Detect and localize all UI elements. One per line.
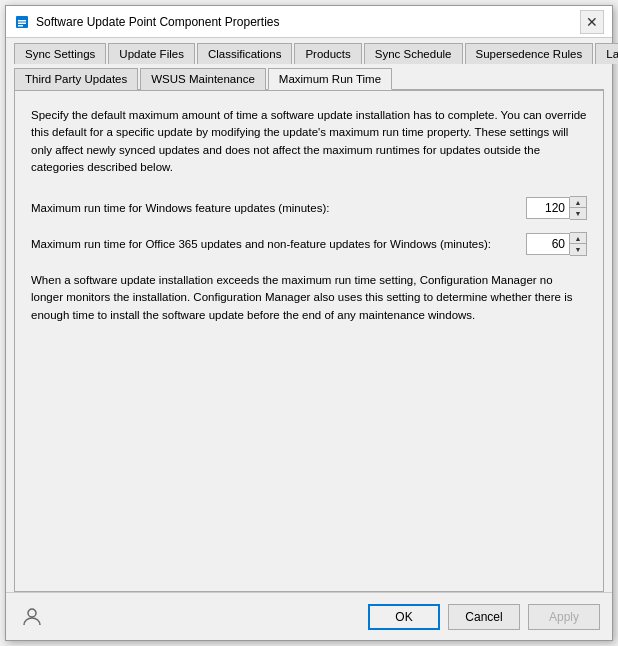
tab-products[interactable]: Products xyxy=(294,43,361,64)
spinner-windows-down[interactable]: ▼ xyxy=(570,208,586,219)
description-text: Specify the default maximum amount of ti… xyxy=(31,107,587,176)
field-row-office: Maximum run time for Office 365 updates … xyxy=(31,232,587,256)
footer: OK Cancel Apply xyxy=(6,592,612,640)
spinner-office-up[interactable]: ▲ xyxy=(570,233,586,244)
main-window: Software Update Point Component Properti… xyxy=(5,5,613,641)
window-title: Software Update Point Component Properti… xyxy=(36,15,279,29)
footer-icon xyxy=(18,603,46,631)
tab-supersedence-rules[interactable]: Supersedence Rules xyxy=(465,43,594,64)
note-text: When a software update installation exce… xyxy=(31,272,587,324)
spinner-office: ▲ ▼ xyxy=(526,232,587,256)
title-bar: Software Update Point Component Properti… xyxy=(6,6,612,38)
svg-point-4 xyxy=(28,609,36,617)
tab-wsus-maintenance[interactable]: WSUS Maintenance xyxy=(140,68,266,90)
tab-sync-settings[interactable]: Sync Settings xyxy=(14,43,106,64)
tab-maximum-run-time[interactable]: Maximum Run Time xyxy=(268,68,392,90)
spinner-office-down[interactable]: ▼ xyxy=(570,244,586,255)
svg-rect-2 xyxy=(18,22,26,24)
person-icon xyxy=(20,605,44,629)
tab-classifications[interactable]: Classifications xyxy=(197,43,293,64)
tab-sync-schedule[interactable]: Sync Schedule xyxy=(364,43,463,64)
tab-languages[interactable]: Languages xyxy=(595,43,618,64)
close-button[interactable]: ✕ xyxy=(580,10,604,34)
title-bar-left: Software Update Point Component Properti… xyxy=(14,14,279,30)
window-icon xyxy=(14,14,30,30)
tabs-row1: Sync Settings Update Files Classificatio… xyxy=(6,38,612,63)
tabs-row2: Third Party Updates WSUS Maintenance Max… xyxy=(6,63,612,89)
spinner-office-buttons: ▲ ▼ xyxy=(570,232,587,256)
svg-rect-1 xyxy=(18,20,26,22)
spinner-windows-buttons: ▲ ▼ xyxy=(570,196,587,220)
ok-button[interactable]: OK xyxy=(368,604,440,630)
apply-button[interactable]: Apply xyxy=(528,604,600,630)
spinner-windows: ▲ ▼ xyxy=(526,196,587,220)
field2-label: Maximum run time for Office 365 updates … xyxy=(31,236,518,252)
footer-buttons: OK Cancel Apply xyxy=(368,604,600,630)
spinner-windows-up[interactable]: ▲ xyxy=(570,197,586,208)
tab-third-party-updates[interactable]: Third Party Updates xyxy=(14,68,138,90)
tab-update-files[interactable]: Update Files xyxy=(108,43,195,64)
field1-label: Maximum run time for Windows feature upd… xyxy=(31,200,518,216)
content-area: Specify the default maximum amount of ti… xyxy=(14,90,604,592)
spinner-office-input[interactable] xyxy=(526,233,570,255)
spinner-windows-input[interactable] xyxy=(526,197,570,219)
svg-rect-3 xyxy=(18,25,23,27)
cancel-button[interactable]: Cancel xyxy=(448,604,520,630)
field-row-windows: Maximum run time for Windows feature upd… xyxy=(31,196,587,220)
footer-left xyxy=(18,603,46,631)
